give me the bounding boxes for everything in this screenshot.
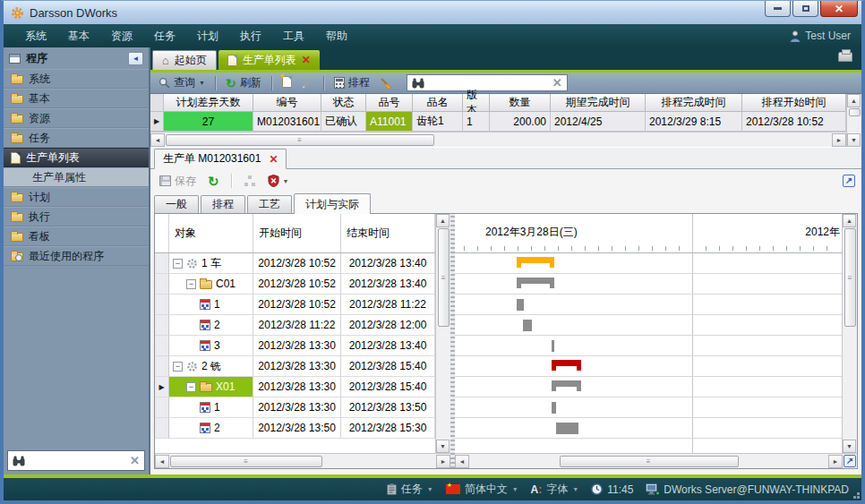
schedule-button[interactable]: 排程 — [331, 74, 373, 91]
object-cell[interactable]: 1 — [169, 397, 253, 418]
gantt-vscrollbar[interactable]: ▲ ≡ ▼ — [842, 214, 857, 453]
printer-icon[interactable] — [838, 52, 852, 62]
status-dropdown-icon[interactable]: ▼ — [572, 486, 578, 492]
sidebar-item-2[interactable]: 资源 — [4, 108, 149, 128]
toolbar-search-input[interactable] — [429, 77, 548, 90]
tree-hscrollbar[interactable]: ◄ ≡ ► — [155, 453, 450, 468]
violations-button[interactable]: ▼ — [265, 174, 292, 188]
tree-expander-icon[interactable]: − — [186, 382, 196, 392]
gantt-bar-task[interactable] — [552, 340, 554, 352]
gantt-bar-summary[interactable] — [517, 278, 554, 288]
detail-tab-0[interactable]: 一般 — [154, 195, 199, 213]
tree-column-header-2[interactable]: 结束时间 — [341, 214, 435, 252]
order-cell-8[interactable]: 2012/3/29 8:15 — [646, 112, 742, 132]
gantt-bar-summary[interactable] — [552, 380, 581, 391]
sidebar-search-input[interactable] — [30, 455, 125, 467]
menu-item-2[interactable]: 资源 — [100, 29, 143, 44]
gantt-bar-summary[interactable] — [552, 360, 581, 371]
sidebar-item-4[interactable]: 生产单列表 — [4, 148, 149, 167]
order-cell-9[interactable]: 2012/3/28 10:52 — [742, 112, 846, 132]
scroll-right-icon[interactable]: ► — [832, 133, 846, 147]
close-button[interactable]: ✕ — [820, 1, 858, 17]
status-item-4[interactable]: DWorks Server@FUNWAY-THINKPAD — [646, 483, 849, 496]
end-time-cell[interactable]: 2012/3/28 12:00 — [341, 315, 435, 336]
clean-button[interactable] — [377, 76, 395, 90]
tree-row-2[interactable]: 1 2012/3/28 10:52 2012/3/28 11:22 — [155, 295, 435, 315]
scroll-up-icon[interactable]: ▲ — [843, 214, 856, 227]
edit-button[interactable] — [299, 76, 316, 90]
end-time-cell[interactable]: 2012/3/28 11:22 — [341, 295, 435, 315]
scrollbar-thumb[interactable]: ≡ — [438, 228, 450, 327]
status-item-3[interactable]: 11:45 — [591, 483, 633, 496]
tree-row-5[interactable]: −2 铣 2012/3/28 13:30 2012/3/28 15:40 — [155, 356, 435, 377]
order-cell-6[interactable]: 200.00 — [490, 112, 551, 132]
sidebar-item-9[interactable]: 最近使用的程序 — [4, 246, 149, 266]
sidebar-item-5[interactable]: 生产单属性 — [4, 167, 149, 187]
scroll-down-icon[interactable]: ▼ — [436, 440, 450, 453]
status-dropdown-icon[interactable]: ▼ — [427, 486, 433, 492]
violations-dropdown-icon[interactable]: ▼ — [283, 178, 289, 184]
main-tab-1[interactable]: 生产单列表✕ — [218, 50, 320, 70]
end-time-cell[interactable]: 2012/3/28 13:40 — [341, 336, 435, 356]
gantt-hscrollbar[interactable]: ◄ ≡ ► ↗ — [455, 453, 857, 468]
sidebar-collapse-button[interactable]: ◄ — [128, 52, 143, 65]
scrollbar-thumb[interactable]: ≡ — [844, 228, 856, 327]
menu-item-4[interactable]: 计划 — [186, 29, 229, 44]
tree-row-3[interactable]: 2 2012/3/28 11:22 2012/3/28 12:00 — [155, 315, 435, 336]
scroll-up-icon[interactable]: ▲ — [436, 214, 450, 227]
orders-column-header-5[interactable]: 版本 — [463, 94, 490, 112]
sidebar-item-3[interactable]: 任务 — [4, 128, 149, 148]
orders-vscrollbar[interactable]: ▲ ▼ — [846, 94, 861, 147]
orders-column-header-6[interactable]: 数量 — [490, 94, 551, 112]
gantt-bar-task[interactable] — [556, 423, 578, 434]
sidebar-item-7[interactable]: 执行 — [4, 207, 149, 226]
scroll-up-icon[interactable]: ▲ — [847, 94, 861, 107]
detail-tab-2[interactable]: 工艺 — [247, 195, 292, 213]
maximize-button[interactable] — [792, 1, 818, 17]
query-button[interactable]: 查询 ▼ — [156, 74, 208, 91]
end-time-cell[interactable]: 2012/3/28 15:40 — [341, 377, 435, 397]
popout-icon[interactable]: ↗ — [843, 175, 855, 187]
sidebar-search-clear-icon[interactable]: ✕ — [130, 454, 140, 467]
new-button[interactable]: ✦ — [279, 75, 295, 91]
order-cell-7[interactable]: 2012/4/25 — [551, 112, 646, 132]
scrollbar-thumb[interactable]: ≡ — [166, 134, 434, 146]
menu-item-5[interactable]: 执行 — [229, 29, 272, 44]
order-row[interactable]: ▶27M012031601已确认A11001齿轮11200.002012/4/2… — [150, 112, 846, 132]
tree-row-7[interactable]: 1 2012/3/28 13:30 2012/3/28 13:50 — [155, 397, 435, 418]
menu-item-0[interactable]: 系统 — [14, 29, 57, 44]
toolbar-search-clear-icon[interactable]: ✕ — [552, 76, 562, 90]
menu-item-1[interactable]: 基本 — [57, 29, 100, 44]
orders-column-header-0[interactable]: 计划差异天数 — [164, 94, 253, 112]
status-dropdown-icon[interactable]: ▼ — [512, 486, 518, 492]
object-cell[interactable]: −1 车 — [169, 253, 253, 274]
start-time-cell[interactable]: 2012/3/28 13:30 — [253, 377, 341, 397]
document-tab[interactable]: 生产单 M012031601 ✕ — [154, 149, 287, 169]
object-cell[interactable]: 1 — [169, 295, 253, 315]
query-dropdown-icon[interactable]: ▼ — [199, 80, 205, 86]
scroll-left-icon[interactable]: ◄ — [150, 133, 165, 147]
orders-column-header-4[interactable]: 品名 — [413, 94, 463, 112]
document-tab-close-icon[interactable]: ✕ — [269, 154, 278, 165]
resize-grip[interactable] — [857, 496, 860, 499]
start-time-cell[interactable]: 2012/3/28 11:22 — [253, 315, 341, 336]
sidebar-item-8[interactable]: 看板 — [4, 226, 149, 246]
sidebar-item-6[interactable]: 计划 — [4, 187, 149, 207]
tab-close-icon[interactable]: ✕ — [302, 55, 311, 65]
menu-item-3[interactable]: 任务 — [143, 29, 186, 44]
gantt-bar-summary[interactable] — [517, 257, 554, 268]
save-button[interactable]: 保存 — [157, 173, 199, 190]
gantt-bar-task[interactable] — [552, 402, 556, 414]
end-time-cell[interactable]: 2012/3/28 13:50 — [341, 397, 435, 418]
start-time-cell[interactable]: 2012/3/28 10:52 — [253, 253, 341, 274]
orders-column-header-7[interactable]: 期望完成时间 — [551, 94, 646, 112]
tree-expander-icon[interactable]: − — [186, 279, 196, 289]
tree-row-1[interactable]: −C01 2012/3/28 10:52 2012/3/28 13:40 — [155, 274, 435, 295]
menu-item-6[interactable]: 工具 — [272, 29, 315, 44]
orders-column-header-1[interactable]: 编号 — [253, 94, 321, 112]
tree-column-header-0[interactable]: 对象 — [169, 214, 253, 252]
tree-row-6[interactable]: ▶ −X01 2012/3/28 13:30 2012/3/28 15:40 — [155, 377, 435, 397]
scroll-right-icon[interactable]: ► — [828, 455, 843, 468]
object-cell[interactable]: 2 — [169, 418, 253, 439]
object-cell[interactable]: −X01 — [169, 377, 253, 397]
